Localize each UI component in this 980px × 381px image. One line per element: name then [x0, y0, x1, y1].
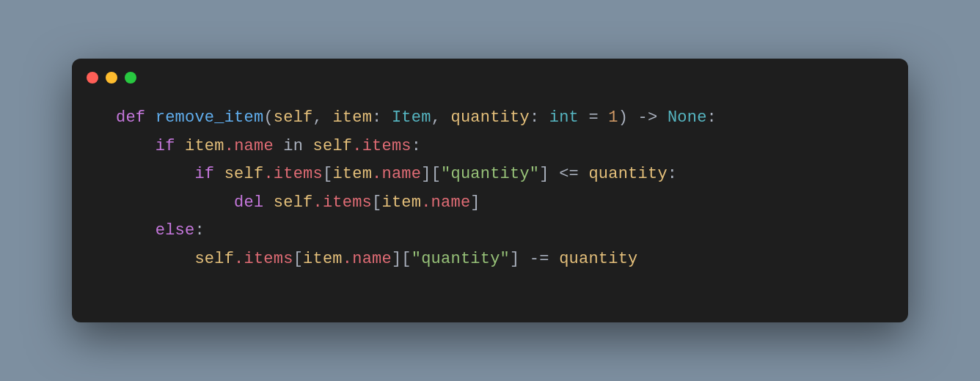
code-block: def remove_item(self, item: Item, quanti… — [72, 97, 908, 281]
code-line-4: del self.items[item.name] — [116, 189, 864, 218]
code-line-5: else: — [116, 217, 864, 245]
minimize-button[interactable] — [106, 72, 117, 84]
code-line-6: self.items[item.name]["quantity"] -= qua… — [116, 245, 864, 274]
titlebar — [72, 59, 908, 97]
close-button[interactable] — [87, 72, 98, 84]
code-line-1: def remove_item(self, item: Item, quanti… — [116, 104, 864, 133]
code-line-3: if self.items[item.name]["quantity"] <= … — [116, 160, 864, 189]
code-window: def remove_item(self, item: Item, quanti… — [72, 59, 908, 322]
maximize-button[interactable] — [125, 72, 136, 84]
code-line-2: if item.name in self.items: — [116, 133, 864, 161]
